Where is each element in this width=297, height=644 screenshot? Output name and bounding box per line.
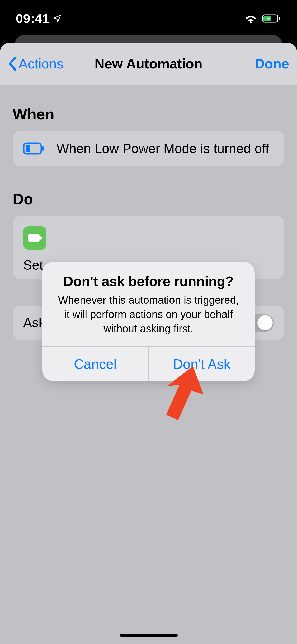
svg-rect-5 (42, 146, 44, 151)
alert-buttons: Cancel Don't Ask (42, 346, 255, 381)
toggle-knob (257, 315, 273, 330)
when-condition-text: When Low Power Mode is turned off (56, 141, 269, 156)
alert-body: Don't ask before running? Whenever this … (42, 262, 255, 346)
pointer-arrow-icon (158, 365, 203, 427)
status-left: 09:41 (16, 11, 62, 26)
done-button[interactable]: Done (255, 56, 289, 72)
battery-charging-icon (262, 14, 281, 23)
confirmation-alert: Don't ask before running? Whenever this … (42, 262, 255, 381)
nav-bar: Actions New Automation Done (0, 43, 297, 85)
svg-rect-2 (279, 17, 280, 20)
back-button-label: Actions (18, 56, 64, 72)
device-frame: 09:41 (0, 0, 297, 644)
do-section-label: Do (13, 190, 284, 208)
cancel-button[interactable]: Cancel (42, 347, 149, 381)
alert-title: Don't ask before running? (55, 273, 242, 289)
svg-rect-7 (40, 236, 42, 240)
svg-rect-4 (26, 145, 30, 152)
when-condition-cell[interactable]: When Low Power Mode is turned off (13, 131, 284, 166)
status-right (244, 13, 281, 24)
svg-marker-8 (162, 365, 203, 423)
home-indicator[interactable] (120, 634, 178, 637)
wifi-icon (244, 13, 257, 24)
nav-title: New Automation (77, 56, 220, 72)
when-section-label: When (13, 105, 284, 123)
back-button[interactable]: Actions (8, 56, 64, 72)
battery-action-icon (23, 226, 46, 250)
svg-rect-6 (28, 234, 40, 242)
low-power-mode-icon (23, 142, 44, 155)
status-time: 09:41 (16, 11, 50, 26)
ask-before-running-label: Ask (23, 315, 45, 330)
location-icon (53, 14, 62, 23)
alert-message: Whenever this automation is triggered, i… (55, 293, 242, 336)
status-bar: 09:41 (0, 0, 297, 37)
